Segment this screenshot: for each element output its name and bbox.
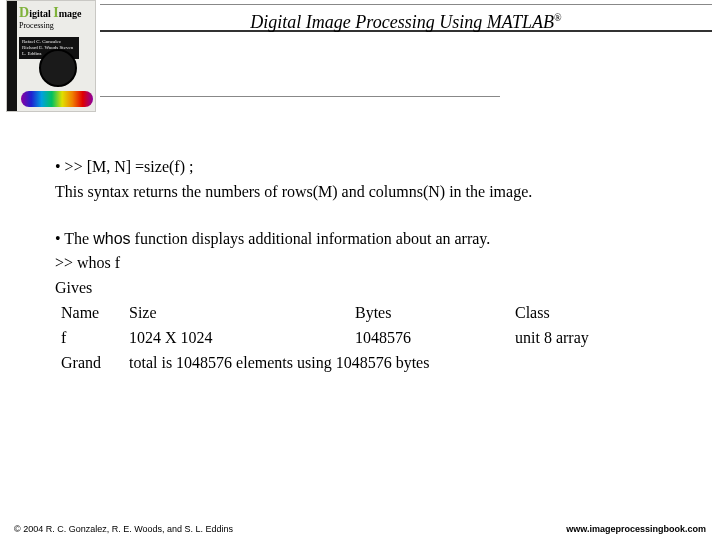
whos-explanation: function displays additional information… <box>131 230 491 247</box>
whos-data-row: f 1024 X 1024 1048576 unit 8 array <box>55 326 690 351</box>
fingerprint-icon <box>39 49 77 87</box>
slide-header: Digital Image Processing Rafael C. Gonza… <box>0 0 720 115</box>
size-explanation: This syntax returns the numbers of rows(… <box>55 180 690 205</box>
page-title: Digital Image Processing Using MATLAB® <box>100 4 712 32</box>
book-spine <box>7 1 17 111</box>
col-bytes-header: Bytes <box>355 301 515 326</box>
grand-total-text: total is 1048576 elements using 1048576 … <box>129 351 690 376</box>
book-cover-thumbnail: Digital Image Processing Rafael C. Gonza… <box>6 0 96 112</box>
bullet-marker: • The <box>55 230 93 247</box>
var-bytes: 1048576 <box>355 326 515 351</box>
grand-label: Grand <box>55 351 129 376</box>
code-whos: >> whos f <box>55 251 690 276</box>
rainbow-bar-icon <box>21 91 93 107</box>
col-class-header: Class <box>515 301 690 326</box>
book-subtitle: Processing <box>19 21 54 30</box>
header-rule <box>100 96 500 97</box>
bullet-size: • >> [M, N] =size(f) ; <box>55 155 690 180</box>
col-size-header: Size <box>129 301 355 326</box>
code-size: >> [M, N] =size(f) ; <box>65 158 194 175</box>
var-size: 1024 X 1024 <box>129 326 355 351</box>
title-text: Digital Image Processing Using MATLAB <box>250 12 554 32</box>
gives-label: Gives <box>55 276 690 301</box>
copyright-text: © 2004 R. C. Gonzalez, R. E. Woods, and … <box>14 524 233 534</box>
book-title-igital: igital <box>29 8 51 19</box>
book-title-mage: mage <box>59 8 82 19</box>
slide-body: • >> [M, N] =size(f) ; This syntax retur… <box>55 155 690 375</box>
whos-header-row: Name Size Bytes Class <box>55 301 690 326</box>
bullet-whos: • The whos function displays additional … <box>55 227 690 252</box>
whos-keyword: whos <box>93 230 130 247</box>
bullet-marker: • <box>55 158 65 175</box>
col-name-header: Name <box>55 301 129 326</box>
var-name: f <box>55 326 129 351</box>
registered-mark: ® <box>554 12 562 23</box>
slide-footer: © 2004 R. C. Gonzalez, R. E. Woods, and … <box>0 524 720 534</box>
book-title-d: D <box>19 5 29 20</box>
var-class: unit 8 array <box>515 326 690 351</box>
whos-total-row: Grand total is 1048576 elements using 10… <box>55 351 690 376</box>
book-title-line1: Digital Image <box>19 5 82 21</box>
website-url: www.imageprocessingbook.com <box>566 524 706 534</box>
